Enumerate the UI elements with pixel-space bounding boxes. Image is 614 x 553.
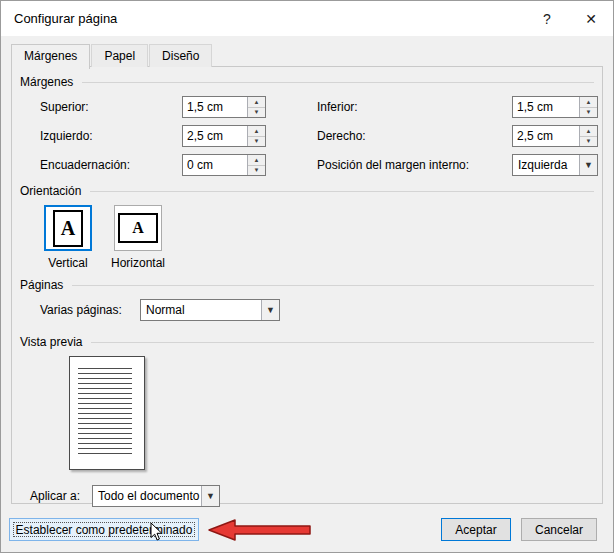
- posicion-margen-dropdown[interactable]: Izquierda ▼: [512, 154, 598, 176]
- set-as-default-button[interactable]: Establecer como predeterminado: [9, 518, 199, 541]
- spin-down-icon[interactable]: ▼: [580, 137, 597, 147]
- landscape-icon-letter: A: [132, 219, 144, 237]
- spin-down-icon[interactable]: ▼: [248, 137, 265, 147]
- section-divider: [72, 285, 594, 286]
- inferior-spinner[interactable]: ▲ ▼: [512, 96, 598, 118]
- tab-diseno[interactable]: Diseño: [149, 44, 212, 67]
- orientation-options: A Vertical A Horizontal: [42, 205, 602, 270]
- tab-strip: Márgenes Papel Diseño: [11, 44, 613, 67]
- close-button[interactable]: ✕: [569, 1, 613, 36]
- aplicar-a-dropdown[interactable]: Todo el documento ▼: [92, 485, 220, 507]
- varias-paginas-label: Varias páginas:: [40, 303, 140, 317]
- help-button[interactable]: ?: [525, 1, 569, 36]
- multiple-pages-row: Varias páginas: Normal ▼: [40, 299, 602, 321]
- section-divider: [82, 82, 594, 83]
- vertical-label: Vertical: [48, 256, 87, 270]
- encuadernacion-spin-buttons: ▲ ▼: [247, 155, 265, 175]
- portrait-page-icon: A: [53, 210, 83, 247]
- encuadernacion-input[interactable]: [183, 155, 247, 175]
- horizontal-label: Horizontal: [111, 256, 165, 270]
- aplicar-a-label: Aplicar a:: [30, 489, 92, 503]
- derecho-spin-buttons: ▲ ▼: [579, 126, 597, 146]
- orientation-section-title: Orientación: [20, 184, 81, 198]
- varias-paginas-value: Normal: [141, 303, 261, 317]
- ok-button[interactable]: Aceptar: [441, 518, 511, 541]
- dialog-footer: Establecer como predeterminado Aceptar C…: [1, 506, 613, 552]
- izquierdo-input[interactable]: [183, 126, 247, 146]
- aplicar-a-value: Todo el documento: [93, 489, 201, 503]
- chevron-down-icon[interactable]: ▼: [261, 300, 279, 320]
- spin-up-icon[interactable]: ▲: [248, 126, 265, 137]
- inferior-spin-buttons: ▲ ▼: [579, 97, 597, 117]
- spin-down-icon[interactable]: ▼: [248, 166, 265, 176]
- margin-row-2: Izquierdo: ▲ ▼ Derecho: ▲ ▼: [40, 125, 602, 147]
- margin-row-3: Encuadernación: ▲ ▼ Posición del margen …: [40, 154, 602, 176]
- spin-up-icon[interactable]: ▲: [248, 155, 265, 166]
- tab-page-margenes: Márgenes Superior: ▲ ▼ Inferior:: [11, 66, 603, 504]
- superior-spinner[interactable]: ▲ ▼: [182, 96, 266, 118]
- encuadernacion-spinner[interactable]: ▲ ▼: [182, 154, 266, 176]
- spin-up-icon[interactable]: ▲: [248, 97, 265, 108]
- section-divider: [91, 342, 594, 343]
- margins-section-header: Márgenes: [20, 75, 594, 89]
- titlebar-buttons: ? ✕: [525, 1, 613, 36]
- preview-section-header: Vista previa: [20, 335, 594, 349]
- portrait-icon-letter: A: [61, 217, 75, 240]
- inferior-input[interactable]: [513, 97, 579, 117]
- inferior-label: Inferior:: [317, 100, 512, 114]
- derecho-label: Derecho:: [317, 129, 512, 143]
- izquierdo-spin-buttons: ▲ ▼: [247, 126, 265, 146]
- page-setup-dialog: Configurar página ? ✕ Márgenes Papel Dis…: [0, 0, 614, 553]
- cancel-button[interactable]: Cancelar: [521, 518, 597, 541]
- derecho-input[interactable]: [513, 126, 579, 146]
- spin-down-icon[interactable]: ▼: [580, 108, 597, 118]
- section-divider: [90, 191, 594, 192]
- tab-margenes[interactable]: Márgenes: [11, 44, 90, 69]
- spin-up-icon[interactable]: ▲: [580, 97, 597, 108]
- spin-up-icon[interactable]: ▲: [580, 126, 597, 137]
- dialog-title: Configurar página: [14, 11, 117, 26]
- chevron-down-icon[interactable]: ▼: [201, 486, 219, 506]
- pages-section-header: Páginas: [20, 278, 594, 292]
- document-preview: [69, 356, 145, 470]
- orientation-horizontal-button[interactable]: A: [114, 205, 162, 251]
- posicion-margen-value: Izquierda: [513, 158, 579, 172]
- orientation-vertical-button[interactable]: A: [44, 205, 92, 251]
- varias-paginas-dropdown[interactable]: Normal ▼: [140, 299, 280, 321]
- margins-section-title: Márgenes: [20, 75, 73, 89]
- title-bar: Configurar página ? ✕: [1, 1, 613, 36]
- preview-text-lines: [78, 368, 132, 457]
- orientation-section-header: Orientación: [20, 184, 594, 198]
- superior-label: Superior:: [40, 100, 182, 114]
- izquierdo-label: Izquierdo:: [40, 129, 182, 143]
- superior-input[interactable]: [183, 97, 247, 117]
- izquierdo-spinner[interactable]: ▲ ▼: [182, 125, 266, 147]
- margin-row-1: Superior: ▲ ▼ Inferior: ▲ ▼: [40, 96, 602, 118]
- superior-spin-buttons: ▲ ▼: [247, 97, 265, 117]
- preview-section-title: Vista previa: [20, 335, 82, 349]
- orientation-horizontal-option: A Horizontal: [112, 205, 164, 270]
- encuadernacion-label: Encuadernación:: [40, 158, 182, 172]
- landscape-page-icon: A: [118, 213, 158, 243]
- chevron-down-icon[interactable]: ▼: [579, 155, 597, 175]
- pages-section-title: Páginas: [20, 278, 63, 292]
- derecho-spinner[interactable]: ▲ ▼: [512, 125, 598, 147]
- spin-down-icon[interactable]: ▼: [248, 108, 265, 118]
- orientation-vertical-option: A Vertical: [42, 205, 94, 270]
- tab-papel[interactable]: Papel: [91, 44, 148, 67]
- apply-to-row: Aplicar a: Todo el documento ▼: [30, 485, 602, 507]
- posicion-margen-label: Posición del margen interno:: [317, 158, 512, 172]
